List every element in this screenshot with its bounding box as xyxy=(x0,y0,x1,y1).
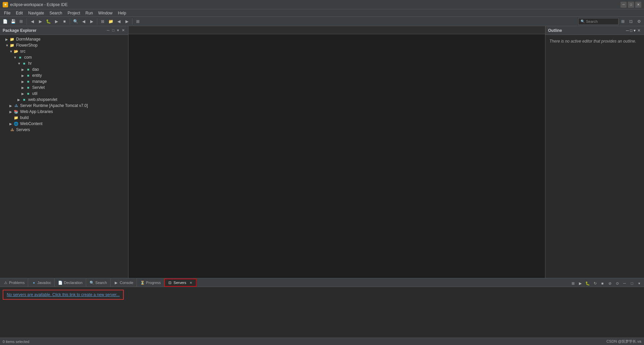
tree-label-servers: Servers xyxy=(16,127,30,132)
debug-button[interactable]: 🐛 xyxy=(45,18,52,25)
tab-declaration[interactable]: 📄 Declaration xyxy=(55,279,86,287)
tab-search[interactable]: 🔍 Search xyxy=(86,279,111,287)
tree-item-servlet[interactable]: ▶ ■ Servlet xyxy=(0,84,128,91)
tree-icon-server-runtime: 🖧 xyxy=(13,103,19,108)
menubar: File Edit Navigate Search Project Run Wi… xyxy=(0,9,644,17)
save-button[interactable]: 💾 xyxy=(9,18,17,25)
window-controls: ─ □ ✕ xyxy=(621,2,641,8)
tree-arrow-server-runtime: ▶ xyxy=(9,104,13,108)
tree-item-web-shopservlet[interactable]: ▶ ■ web.shopservlet xyxy=(0,97,128,103)
quick-access-search[interactable]: 🔍 Search xyxy=(578,18,619,25)
tree-label-util: util xyxy=(32,91,37,96)
open-type-button[interactable]: ⊞ xyxy=(99,18,106,25)
tab-console[interactable]: ▶ Console xyxy=(111,279,137,287)
search-button[interactable]: 🔍 xyxy=(72,18,79,25)
tree-item-manage[interactable]: ▶ ■ manage xyxy=(0,78,128,84)
next-edit-button[interactable]: ▶ xyxy=(37,18,44,25)
outline-close-button[interactable]: ✕ xyxy=(637,28,641,33)
btm-tool-new-server[interactable]: ⊞ xyxy=(570,280,576,287)
pe-close-icon[interactable]: ✕ xyxy=(121,27,125,33)
run-button[interactable]: ▶ xyxy=(53,18,60,25)
expand-button[interactable]: ⊞ xyxy=(134,18,142,25)
no-servers-link[interactable]: No servers are available. Click this lin… xyxy=(7,292,120,297)
menu-navigate[interactable]: Navigate xyxy=(25,10,47,16)
tree-icon-webcontent: 🌐 xyxy=(13,121,19,126)
minimize-button[interactable]: ─ xyxy=(621,2,627,8)
menu-help[interactable]: Help xyxy=(115,10,129,16)
stop-button[interactable]: ■ xyxy=(61,18,68,25)
tree-item-web-app-libs[interactable]: ▶ 📚 Web App Libraries xyxy=(0,109,128,115)
close-button[interactable]: ✕ xyxy=(635,2,641,8)
menu-file[interactable]: File xyxy=(1,10,13,16)
tree-item-webcontent[interactable]: ▶ 🌐 WebContent xyxy=(0,121,128,127)
tree-item-dao[interactable]: ▶ ■ dao xyxy=(0,66,128,72)
outline-menu-icon[interactable]: ▾ xyxy=(634,28,636,33)
outline-maximize-icon[interactable]: □ xyxy=(630,28,632,33)
tree-item-dormmanage[interactable]: ▶ 📁 DormManage xyxy=(0,36,128,42)
no-servers-box: No servers are available. Click this lin… xyxy=(3,290,124,300)
menu-window[interactable]: Window xyxy=(96,10,115,16)
open-resource-button[interactable]: 📁 xyxy=(107,18,114,25)
menu-search[interactable]: Search xyxy=(47,10,65,16)
tree-item-build[interactable]: 📁 build xyxy=(0,115,128,121)
tree-label-servlet: Servlet xyxy=(32,85,45,90)
tree-item-util[interactable]: ▶ ■ util xyxy=(0,91,128,97)
tree-item-entity[interactable]: ▶ ■ entity xyxy=(0,72,128,78)
pe-menu-icon[interactable]: ▾ xyxy=(116,27,120,33)
btm-tool-publish[interactable]: ⊙ xyxy=(614,280,621,287)
btm-tool-restart[interactable]: ↻ xyxy=(592,280,598,287)
tree-icon-dao: ■ xyxy=(25,67,31,72)
tab-javadoc[interactable]: ● Javadoc xyxy=(28,279,55,287)
mid-section: Package Explorer ─ □ ▾ ✕ ▶ 📁 DormManage xyxy=(0,26,644,278)
statusbar: 0 items selected CSDN @筑梦学长.va xyxy=(0,338,644,345)
declaration-icon: 📄 xyxy=(58,281,62,285)
maximize-button[interactable]: □ xyxy=(628,2,634,8)
outline-header-icons: ─ □ ▾ ✕ xyxy=(626,28,641,33)
tree-item-flowershop[interactable]: ▼ 📁 FlowerShop xyxy=(0,42,128,48)
open-perspective-button[interactable]: ⊞ xyxy=(619,18,627,25)
prev-edit-button[interactable]: ◀ xyxy=(29,18,36,25)
settings-button[interactable]: ⚙ xyxy=(635,18,643,25)
btm-tool-start[interactable]: ▶ xyxy=(577,280,584,287)
save-all-button[interactable]: ⊞ xyxy=(17,18,25,25)
outline-minimize-icon[interactable]: ─ xyxy=(626,28,629,33)
menu-run[interactable]: Run xyxy=(83,10,96,16)
servers-tab-close[interactable]: ✕ xyxy=(189,281,193,285)
back-button[interactable]: ◀ xyxy=(80,18,87,25)
outline-content: There is no active editor that provides … xyxy=(545,35,644,48)
tree-item-servers[interactable]: 🖧 Servers xyxy=(0,127,128,133)
btm-tool-debug[interactable]: 🐛 xyxy=(584,280,591,287)
tree-label-web-shopservlet: web.shopservlet xyxy=(28,97,57,102)
btm-tool-disconnect[interactable]: ⊘ xyxy=(606,280,613,287)
search-tab-icon: 🔍 xyxy=(90,281,94,285)
pe-minimize-icon[interactable]: ─ xyxy=(106,27,110,33)
pe-maximize-icon[interactable]: □ xyxy=(111,27,115,33)
tree-label-entity: entity xyxy=(32,73,42,78)
tab-progress[interactable]: ⏳ Progress xyxy=(137,279,164,287)
tree-item-hr[interactable]: ▼ ■ hr xyxy=(0,60,128,66)
btm-tool-stop[interactable]: ■ xyxy=(599,280,606,287)
outline-panel: Outline ─ □ ▾ ✕ There is no active edito… xyxy=(545,26,644,278)
btm-tool-minimize[interactable]: ─ xyxy=(621,280,628,287)
tree-item-server-runtime[interactable]: ▶ 🖧 Server Runtime [Apache Tomcat v7.0] xyxy=(0,103,128,109)
console-label: Console xyxy=(120,281,133,285)
menu-project[interactable]: Project xyxy=(65,10,83,16)
new-button[interactable]: 📄 xyxy=(1,18,9,25)
layout-button[interactable]: ⊡ xyxy=(627,18,635,25)
nav-fwd-button[interactable]: ▶ xyxy=(123,18,130,25)
btm-tool-maximize[interactable]: □ xyxy=(629,280,635,287)
btm-tool-menu[interactable]: ▾ xyxy=(636,280,643,287)
tree-item-com[interactable]: ▼ ■ com xyxy=(0,54,128,60)
menu-edit[interactable]: Edit xyxy=(13,10,25,16)
tab-problems[interactable]: ⚠ Problems xyxy=(0,279,28,287)
tree-arrow-flowershop: ▼ xyxy=(5,44,9,47)
forward-button[interactable]: ▶ xyxy=(88,18,95,25)
outline-header: Outline ─ □ ▾ ✕ xyxy=(545,26,644,35)
sep2 xyxy=(70,18,70,24)
tree-arrow-dao: ▶ xyxy=(21,68,25,71)
toolbar-row1: 📄 💾 ⊞ ◀ ▶ 🐛 ▶ ■ 🔍 ◀ ▶ ⊞ 📁 ◀ ▶ ⊞ 🔍 Search… xyxy=(0,17,644,26)
progress-label: Progress xyxy=(146,281,161,285)
tab-servers[interactable]: ⊡ Servers ✕ xyxy=(164,279,197,287)
nav-back-button[interactable]: ◀ xyxy=(115,18,122,25)
tree-item-src[interactable]: ▼ 📂 src xyxy=(0,48,128,54)
